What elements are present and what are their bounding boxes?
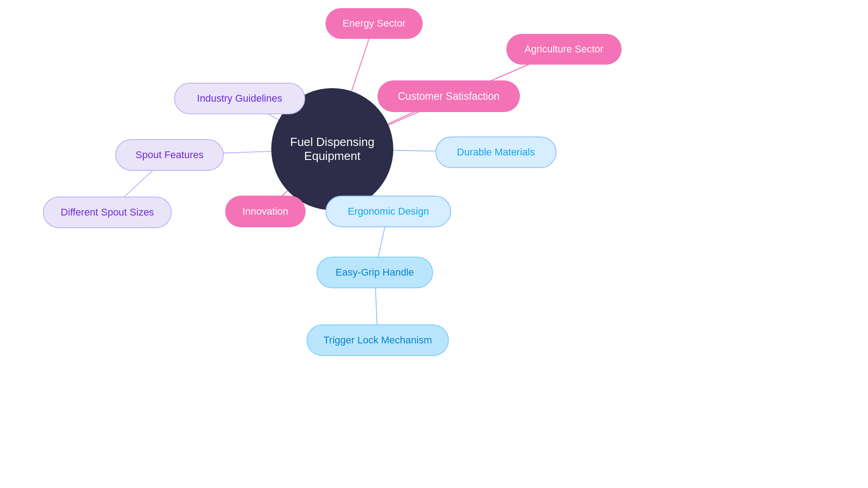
easy-grip-handle-node[interactable]: Easy-Grip Handle [316,257,433,288]
different-spout-sizes-node[interactable]: Different Spout Sizes [43,197,172,228]
agriculture-sector-node[interactable]: Agriculture Sector [506,34,622,65]
spout-features-node[interactable]: Spout Features [115,139,224,171]
energy-sector-node[interactable]: Energy Sector [326,8,423,39]
customer-satisfaction-node[interactable]: Customer Satisfaction [377,80,520,112]
durable-materials-node[interactable]: Durable Materials [435,136,557,168]
industry-guidelines-node[interactable]: Industry Guidelines [174,83,305,114]
trigger-lock-node[interactable]: Trigger Lock Mechanism [307,324,449,356]
innovation-node[interactable]: Innovation [225,196,306,227]
ergonomic-design-node[interactable]: Ergonomic Design [326,196,451,227]
